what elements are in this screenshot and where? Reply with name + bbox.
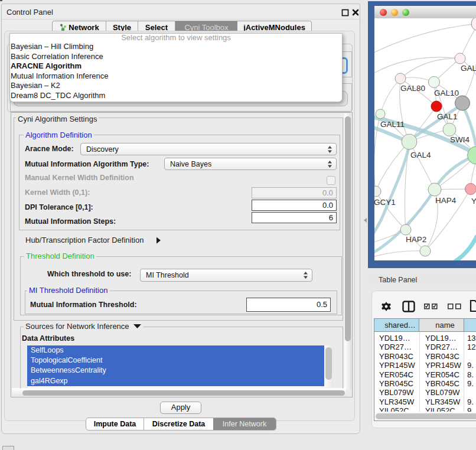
svg-text:Y: Y xyxy=(471,197,476,206)
svg-text:GAL7: GAL7 xyxy=(461,64,476,73)
svg-text:SWI4: SWI4 xyxy=(450,135,470,144)
svg-text:GAL80: GAL80 xyxy=(400,84,425,93)
svg-text:GAL10: GAL10 xyxy=(434,89,459,97)
svg-text:GCY1: GCY1 xyxy=(374,198,396,207)
svg-text:GAL11: GAL11 xyxy=(380,120,405,129)
svg-text:GAL1: GAL1 xyxy=(437,112,458,121)
svg-text:HAP4: HAP4 xyxy=(435,196,457,205)
svg-text:GAL4: GAL4 xyxy=(410,151,431,159)
svg-text:HAP2: HAP2 xyxy=(406,235,426,244)
